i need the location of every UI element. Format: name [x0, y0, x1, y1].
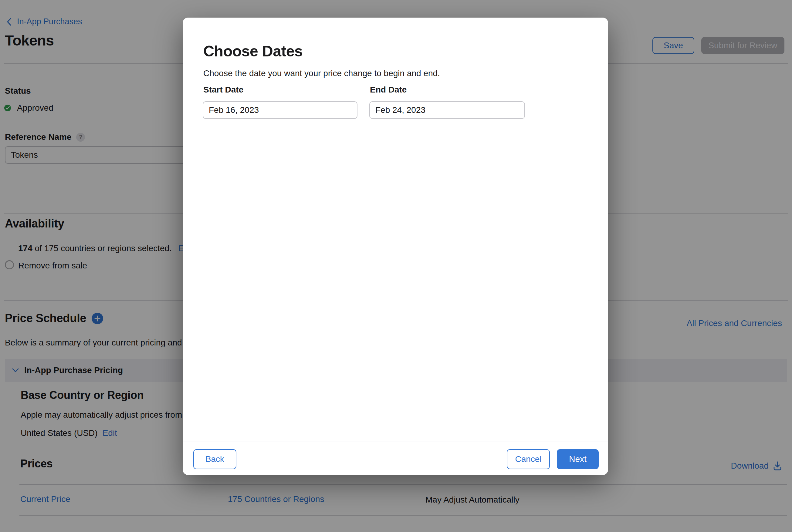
end-date-label: End Date: [370, 85, 407, 95]
start-date-input[interactable]: [203, 101, 357, 119]
dialog-footer: Back Cancel Next: [183, 442, 608, 475]
cancel-button[interactable]: Cancel: [507, 449, 550, 469]
choose-dates-dialog: Choose Dates Choose the date you want yo…: [183, 18, 608, 475]
next-button[interactable]: Next: [557, 449, 599, 469]
app-store-connect-screen: In-App Purchases Tokens Save Submit for …: [0, 0, 792, 532]
start-date-label: Start Date: [203, 85, 243, 95]
dialog-description: Choose the date you want your price chan…: [203, 69, 440, 78]
back-button[interactable]: Back: [193, 449, 236, 469]
end-date-input[interactable]: [369, 101, 525, 119]
dialog-title: Choose Dates: [203, 42, 302, 60]
